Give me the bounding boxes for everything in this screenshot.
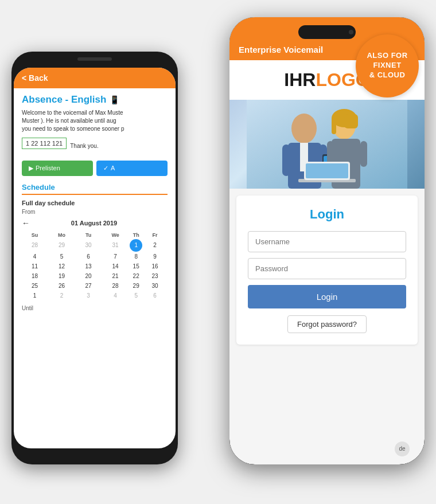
phone-left: < Back Absence - English 📱 Welcome to th… <box>11 52 178 464</box>
calendar-day[interactable]: 6 <box>76 252 101 261</box>
login-card: Login Login Forgot password? <box>236 196 418 345</box>
day-header-su: Su <box>22 231 48 239</box>
fixnet-text: FIXNET <box>373 61 401 71</box>
calendar-day[interactable]: 29 <box>48 239 76 252</box>
calendar-day[interactable]: 28 <box>101 281 130 291</box>
calendar-day[interactable]: 4 <box>22 252 48 261</box>
prelisten-button[interactable]: ▶ Prelisten <box>22 161 93 176</box>
calendar-day[interactable]: 22 <box>130 271 142 281</box>
calendar-day[interactable]: 27 <box>76 281 101 291</box>
prev-month-button[interactable]: ← <box>22 218 30 228</box>
calendar-day[interactable]: 16 <box>142 261 168 271</box>
calendar-day[interactable]: 5 <box>130 291 142 300</box>
also-for-badge: ALSO FOR FIXNET & CLOUD <box>356 34 419 97</box>
calendar-day[interactable]: 26 <box>48 281 76 291</box>
calendar-day[interactable]: 7 <box>101 252 130 261</box>
calendar-day[interactable]: 23 <box>142 271 168 281</box>
login-button[interactable]: Login <box>248 285 406 308</box>
svg-rect-15 <box>360 141 367 167</box>
apply-button[interactable]: ✓ A <box>96 161 168 176</box>
until-label: Until <box>22 305 168 311</box>
calendar-day[interactable]: 3 <box>76 291 101 300</box>
svg-rect-5 <box>282 144 290 176</box>
password-input[interactable] <box>248 258 406 279</box>
play-icon: ▶ <box>29 165 33 172</box>
svg-rect-11 <box>332 117 336 134</box>
hero-svg <box>247 100 407 189</box>
calendar-day[interactable]: 30 <box>142 281 168 291</box>
calendar-grid: Su Mo Tu We Th Fr 2829303112456789111213… <box>22 231 168 300</box>
left-content: Absence - English 📱 Welcome to the voice… <box>14 88 176 317</box>
mobile-icon: 📱 <box>110 95 119 104</box>
full-day-label: Full day schedule <box>22 200 168 206</box>
calendar-day[interactable]: 1 <box>130 239 142 252</box>
calendar-day[interactable]: 13 <box>76 261 101 271</box>
right-header-title: Enterprise Voicemail <box>239 45 323 54</box>
thank-you-text: Thank you. <box>70 143 98 149</box>
calendar-day[interactable]: 14 <box>101 261 130 271</box>
calendar-day[interactable]: 19 <box>48 271 76 281</box>
calendar-day[interactable]: 4 <box>101 291 130 300</box>
action-buttons: ▶ Prelisten ✓ A <box>22 161 168 176</box>
calendar-day[interactable]: 28 <box>22 239 48 252</box>
calendar-day[interactable]: 18 <box>22 271 48 281</box>
forgot-password-button[interactable]: Forgot password? <box>287 315 367 333</box>
day-header-tu: Tu <box>76 231 101 239</box>
absence-description: Welcome to the voicemail of Max Muste Mu… <box>22 109 168 133</box>
back-button[interactable]: < Back <box>22 73 48 83</box>
calendar-day[interactable]: 11 <box>22 261 48 271</box>
calendar-day[interactable]: 21 <box>101 271 130 281</box>
scene: < Back Absence - English 📱 Welcome to th… <box>11 17 425 487</box>
hero-image <box>229 100 425 189</box>
calendar-day[interactable]: 20 <box>76 271 101 281</box>
calendar-day[interactable]: 12 <box>48 261 76 271</box>
calendar: ← 01 August 2019 Su Mo Tu We Th <box>22 218 168 300</box>
calendar-day[interactable]: 15 <box>130 261 142 271</box>
logo-ihr-text: IHR <box>284 69 316 90</box>
svg-point-1 <box>291 114 317 143</box>
calendar-day[interactable]: 31 <box>101 239 130 252</box>
calendar-day[interactable]: 29 <box>130 281 142 291</box>
calendar-day[interactable]: 2 <box>48 291 76 300</box>
svg-rect-12 <box>344 114 358 128</box>
cloud-text: & CLOUD <box>369 71 406 80</box>
calendar-day[interactable]: 6 <box>142 291 168 300</box>
calendar-day[interactable]: 5 <box>48 252 76 261</box>
username-input[interactable] <box>248 231 406 252</box>
calendar-month: 01 August 2019 <box>71 220 117 226</box>
calendar-day[interactable]: 1 <box>22 291 48 300</box>
svg-rect-18 <box>306 163 348 178</box>
login-title: Login <box>248 207 406 222</box>
absence-title: Absence - English 📱 <box>22 94 168 106</box>
calendar-day[interactable]: 25 <box>22 281 48 291</box>
calendar-day[interactable]: 2 <box>142 239 168 252</box>
calendar-day[interactable]: 8 <box>130 252 142 261</box>
also-for-text: ALSO FOR <box>367 51 407 61</box>
phone-left-screen: < Back Absence - English 📱 Welcome to th… <box>14 68 176 448</box>
from-label: From <box>22 209 168 215</box>
day-header-th: Th <box>130 231 142 239</box>
calendar-nav: ← 01 August 2019 <box>22 218 168 228</box>
language-badge[interactable]: de <box>395 442 410 456</box>
left-header: < Back <box>14 68 176 88</box>
check-icon: ✓ <box>103 165 108 172</box>
phone-number: 1 22 112 121 <box>22 138 67 149</box>
calendar-day[interactable]: 30 <box>76 239 101 252</box>
schedule-title: Schedule <box>22 183 168 195</box>
calendar-day[interactable]: 9 <box>142 252 168 261</box>
day-header-mo: Mo <box>48 231 76 239</box>
forgot-password-area: Forgot password? <box>248 315 406 333</box>
day-header-fr: Fr <box>142 231 168 239</box>
day-header-we: We <box>101 231 130 239</box>
